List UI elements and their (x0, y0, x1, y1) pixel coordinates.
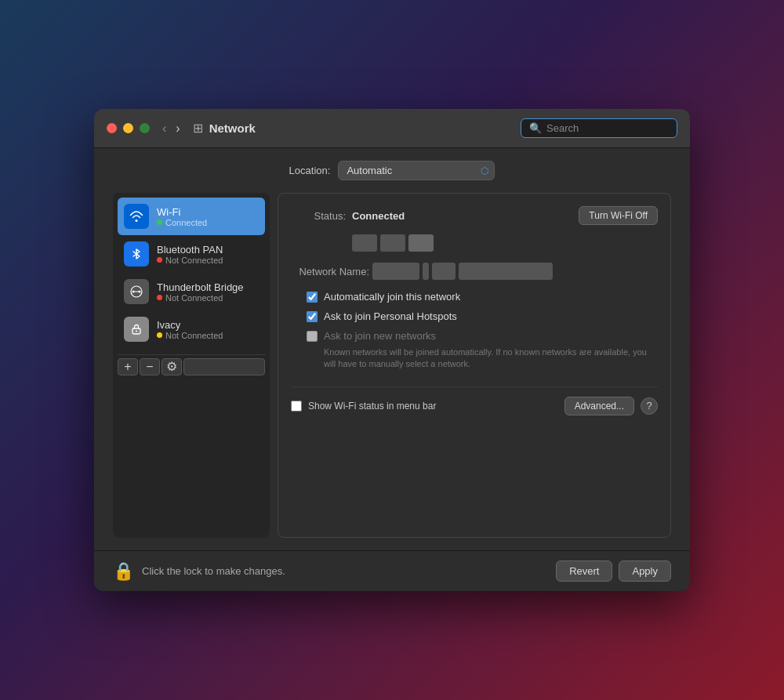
show-wifi-checkbox[interactable] (291, 401, 302, 412)
show-wifi-check: Show Wi-Fi status in menu bar (291, 401, 436, 412)
network-sidebar: Wi-Fi Connected (113, 193, 270, 538)
sidebar-item-thunderbolt-bridge[interactable]: Thunderbolt Bridge Not Connected (118, 273, 265, 310)
ask-new-row: Ask to join new networks (307, 330, 658, 342)
wifi-status-dot (157, 219, 162, 225)
signal-bar-1 (352, 234, 377, 252)
wifi-icon (124, 204, 149, 229)
grid-icon[interactable]: ⊞ (193, 121, 203, 136)
forward-arrow[interactable]: › (172, 120, 183, 137)
close-button[interactable] (107, 123, 117, 133)
status-row: Status: Connected Turn Wi-Fi Off (291, 206, 658, 225)
advanced-button[interactable]: Advanced... (564, 397, 634, 415)
ask-hotspot-checkbox[interactable] (307, 311, 318, 322)
status-value: Connected (352, 210, 572, 222)
bottom-right: Advanced... ? (564, 397, 658, 415)
sidebar-controls: + − ⚙ (118, 354, 265, 379)
ivacy-status-text: Not Connected (165, 331, 223, 340)
minimize-button[interactable] (123, 123, 133, 133)
turn-wifi-off-button[interactable]: Turn Wi-Fi Off (579, 206, 658, 225)
ivacy-info: Ivacy Not Connected (157, 319, 223, 340)
ivacy-status-dot (157, 332, 162, 338)
sidebar-item-bluetooth-pan[interactable]: Bluetooth PAN Not Connected (118, 235, 265, 273)
location-select-wrapper: Automatic (338, 161, 495, 180)
bt-pan-status-text: Not Connected (165, 256, 223, 265)
wifi-status: Connected (157, 218, 207, 227)
add-network-button[interactable]: + (118, 358, 138, 375)
tb-bridge-status-text: Not Connected (165, 293, 223, 303)
search-input[interactable] (546, 122, 656, 134)
network-name-row: Network Name: (291, 263, 658, 280)
help-button[interactable]: ? (641, 397, 658, 415)
apply-button[interactable]: Apply (619, 560, 671, 582)
vpn-icon (124, 317, 149, 342)
sidebar-item-wifi[interactable]: Wi-Fi Connected (118, 198, 265, 235)
detail-panel: Status: Connected Turn Wi-Fi Off Network… (278, 193, 671, 538)
location-row: Location: Automatic (113, 161, 671, 180)
sidebar-item-ivacy[interactable]: Ivacy Not Connected (118, 310, 265, 348)
wifi-name: Wi-Fi (157, 206, 207, 218)
tb-bridge-status-dot (157, 295, 162, 300)
location-label: Location: (289, 165, 331, 176)
hint-text: Known networks will be joined automatica… (324, 346, 658, 371)
bt-pan-info: Bluetooth PAN Not Connected (157, 244, 223, 265)
ask-new-label: Ask to join new networks (324, 330, 436, 342)
content-area: Location: Automatic (94, 148, 690, 550)
tb-bridge-status: Not Connected (157, 293, 244, 303)
signal-bars (352, 234, 658, 252)
network-name-block-1 (372, 263, 419, 280)
bottom-controls: Show Wi-Fi status in menu bar Advanced..… (291, 386, 658, 415)
network-name-block-2 (423, 263, 429, 280)
bt-pan-status-dot (157, 257, 162, 263)
auto-join-checkbox[interactable] (307, 292, 318, 303)
lock-text: Click the lock to make changes. (142, 565, 550, 577)
system-preferences-window: ‹ › ⊞ Network 🔍 Location: Automatic (94, 109, 690, 591)
gear-button[interactable]: ⚙ (162, 358, 182, 375)
window-title: Network (209, 122, 521, 135)
svg-point-4 (136, 331, 137, 332)
nav-arrows: ‹ › (159, 120, 183, 137)
bluetooth-icon (124, 241, 149, 267)
network-order-button[interactable] (183, 358, 265, 375)
location-select[interactable]: Automatic (338, 161, 495, 180)
network-name-block-4 (459, 263, 553, 280)
signal-bar-3 (408, 234, 434, 252)
bt-pan-name: Bluetooth PAN (157, 244, 223, 256)
traffic-lights (107, 123, 150, 133)
network-name-block-3 (432, 263, 456, 280)
revert-button[interactable]: Revert (556, 560, 612, 582)
signal-bar-2 (380, 234, 405, 252)
search-box[interactable]: 🔍 (521, 118, 677, 138)
tb-bridge-info: Thunderbolt Bridge Not Connected (157, 281, 244, 303)
titlebar: ‹ › ⊞ Network 🔍 (94, 109, 690, 148)
auto-join-row: Automatically join this network (307, 291, 658, 303)
remove-network-button[interactable]: − (140, 358, 160, 375)
back-arrow[interactable]: ‹ (159, 120, 169, 137)
maximize-button[interactable] (140, 123, 150, 133)
bt-pan-status: Not Connected (157, 256, 223, 265)
ask-hotspot-label: Ask to join Personal Hotspots (324, 310, 457, 322)
ivacy-name: Ivacy (157, 319, 223, 331)
wifi-status-text: Connected (165, 218, 207, 227)
ask-new-checkbox[interactable] (307, 331, 318, 342)
footer: 🔒 Click the lock to make changes. Revert… (94, 550, 690, 591)
status-label: Status: (291, 210, 346, 222)
main-area: Wi-Fi Connected (113, 193, 671, 538)
auto-join-label: Automatically join this network (324, 291, 460, 303)
thunderbolt-icon (124, 279, 149, 304)
show-wifi-label: Show Wi-Fi status in menu bar (308, 401, 436, 412)
ask-hotspot-row: Ask to join Personal Hotspots (307, 310, 658, 322)
lock-icon[interactable]: 🔒 (113, 561, 134, 582)
network-name-label: Network Name: (291, 266, 369, 277)
wifi-info: Wi-Fi Connected (157, 206, 207, 227)
ivacy-status: Not Connected (157, 331, 223, 340)
tb-bridge-name: Thunderbolt Bridge (157, 281, 244, 293)
search-icon: 🔍 (529, 122, 542, 134)
